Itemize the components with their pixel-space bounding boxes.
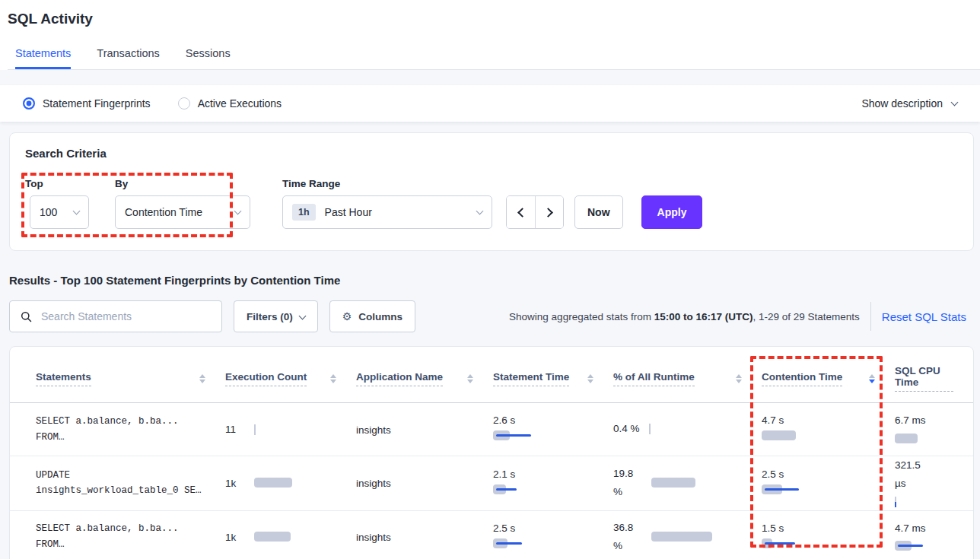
chevron-right-icon [543,208,553,218]
results-heading: Results - Top 100 Statement Fingerprints… [9,274,980,287]
bar-blue-line [496,542,522,545]
table-row[interactable]: UPDATEinsights_workload_table_0 SE…1kins… [10,456,973,511]
now-button[interactable]: Now [574,195,623,229]
pct-runtime-value: 36.8 % [613,519,642,556]
column-header-contention-time[interactable]: Contention Time [762,371,895,386]
radio-selected-icon[interactable] [23,97,35,110]
radio-statement-fingerprints[interactable]: Statement Fingerprints [23,97,151,110]
column-header-label: SQL CPU Time [895,365,953,392]
execution-count-value: 1k [225,532,236,543]
statement-time-value: 2.6 s [493,414,613,426]
sort-arrows-icon[interactable] [330,374,336,383]
sql-cpu-time-bar [895,434,918,444]
show-description-label: Show description [861,97,943,110]
statement-text: insights_workload_table_0 SE… [36,483,225,499]
sort-arrows-icon[interactable] [587,374,593,383]
statement-cell[interactable]: SELECT a.balance, b.ba...FROM… [36,414,225,445]
sql-cpu-time-cell: 4.7 ms [895,519,973,554]
top-label: Top [25,178,89,189]
sql-cpu-time-cell: 6.7 ms [895,411,973,446]
pct-runtime-bar [649,424,651,434]
search-statements-input[interactable] [40,310,214,323]
application-name-value: insights [356,478,391,489]
sort-arrows-icon[interactable] [869,374,875,383]
pct-runtime-value: 19.8 % [613,465,642,502]
tab-sessions[interactable]: Sessions [186,47,231,69]
sort-arrows-icon[interactable] [736,374,742,383]
statement-text: SELECT a.balance, b.ba... [36,414,225,430]
column-header--of-all-runtime[interactable]: % of All Runtime [613,371,762,386]
filters-label: Filters (0) [247,311,293,322]
application-name-cell: insights [356,530,493,544]
time-range-value: Past Hour [325,206,477,218]
column-header-execution-count[interactable]: Execution Count [225,371,356,386]
contention-time-bar [762,484,782,495]
table-body: SELECT a.balance, b.ba...FROM…11insights… [10,403,973,559]
chevron-down-icon [73,207,81,214]
tab-bar: Statements Transactions Sessions [8,47,980,70]
application-name-cell: insights [356,423,493,437]
application-name-cell: insights [356,476,493,490]
statement-time-bar [493,430,510,441]
search-criteria-heading: Search Criteria [25,147,958,160]
execution-count-value: 11 [225,424,236,435]
top-select[interactable]: 100 [30,195,89,229]
show-description-toggle[interactable]: Show description [861,97,957,110]
sql-cpu-time-value: 4.7 ms [895,519,928,538]
radio-unselected-icon[interactable] [178,97,190,110]
bar-tick [895,497,896,507]
contention-time-cell: 4.7 s [762,414,895,444]
sql-cpu-time-bar [895,497,896,507]
pct-runtime-bar [651,478,695,488]
column-header-statements[interactable]: Statements [36,371,225,386]
column-header-label: Contention Time [762,371,842,386]
column-header-label: Statements [36,371,91,386]
bar-gray [895,434,918,443]
reset-sql-stats-link[interactable]: Reset SQL Stats [882,310,974,323]
top-field: Top 100 [25,178,89,229]
contention-time-bar [762,538,772,549]
by-select-value: Contention Time [125,206,235,218]
chevron-left-icon [517,208,527,218]
apply-button[interactable]: Apply [641,195,703,229]
spacer-band [0,70,980,85]
column-header-sql-cpu-time[interactable]: SQL CPU Time [895,365,973,392]
column-header-application-name[interactable]: Application Name [356,371,493,386]
execution-count-cell: 1k [225,532,356,543]
previous-range-button[interactable] [507,196,535,228]
bar-gray [254,478,292,488]
bar-blue-line [765,488,799,491]
by-label: By [115,178,250,189]
contention-time-cell: 1.5 s [762,522,895,552]
tab-statements[interactable]: Statements [15,47,71,69]
column-header-label: % of All Runtime [613,371,695,386]
statement-cell[interactable]: UPDATEinsights_workload_table_0 SE… [36,468,225,499]
chevron-down-icon [476,207,484,214]
bar-gray [651,532,712,542]
sort-arrows-icon[interactable] [199,374,205,383]
columns-button[interactable]: ⚙ Columns [329,300,415,332]
by-select[interactable]: Contention Time [115,195,250,229]
page-title: SQL Activity [8,11,980,27]
column-header-statement-time[interactable]: Statement Time [493,371,613,386]
radio-active-executions[interactable]: Active Executions [178,97,282,110]
radio-label: Statement Fingerprints [43,97,151,110]
bar-tick [254,424,256,435]
statement-text: UPDATE [36,468,225,484]
bar-blue-line [496,488,517,491]
table-row[interactable]: SELECT a.balance, b.ba...FROM…11insights… [10,403,973,456]
table-row[interactable]: SELECT a.balance, b.ba...FROM…1kinsights… [10,511,973,559]
tab-transactions[interactable]: Transactions [97,47,159,69]
statement-cell[interactable]: SELECT a.balance, b.ba...FROM… [36,521,225,552]
next-range-button[interactable] [535,196,563,228]
time-range-select[interactable]: 1h Past Hour [282,195,492,229]
search-statements-box[interactable] [9,300,222,332]
statement-text: FROM… [36,430,225,446]
gear-icon: ⚙ [342,310,352,322]
sort-arrows-icon[interactable] [467,374,473,383]
filters-button[interactable]: Filters (0) [234,300,318,332]
pct-runtime-value: 0.4 % [613,420,640,438]
statement-text: SELECT a.balance, b.ba... [36,521,225,537]
sql-cpu-time-value: 6.7 ms [895,411,928,430]
pct-runtime-cell: 0.4 % [613,420,762,438]
